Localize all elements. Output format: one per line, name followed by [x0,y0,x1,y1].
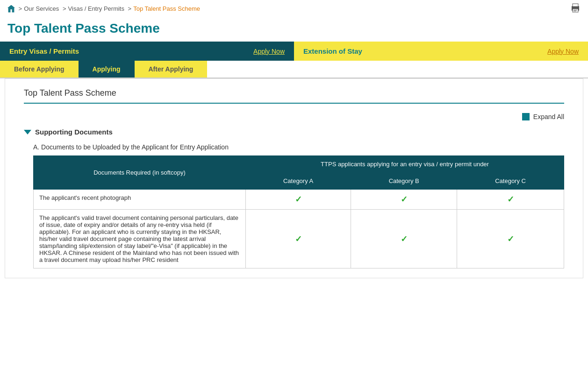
home-icon[interactable] [7,5,15,13]
main-tab-extension[interactable]: Extension of Stay Apply Now [294,42,588,61]
check-cat-a-1: ✓ [246,190,351,210]
documents-table: Documents Required (in softcopy) TTPS ap… [33,155,564,268]
svg-rect-1 [573,4,578,7]
table-header-cat-c: Category C [457,173,564,190]
supporting-docs-heading: Supporting Documents [24,128,564,136]
main-tab-entry-visas[interactable]: Entry Visas / Permits Apply Now [0,42,294,61]
table-header-cat-a: Category A [246,173,351,190]
page-title: Top Talent Pass Scheme [0,17,588,42]
top-bar: > Our Services > Visas / Entry Permits >… [0,0,588,17]
checkmark-icon: ✓ [295,234,302,244]
svg-rect-3 [574,10,577,10]
table-header-cat-b: Category B [351,173,457,190]
sub-tab-after[interactable]: After Applying [135,61,208,78]
svg-rect-2 [573,9,578,12]
sub-tab-bar: Before Applying Applying After Applying [0,61,588,78]
checkmark-icon: ✓ [295,195,302,204]
main-tab-entry-visas-label: Entry Visas / Permits [9,47,79,55]
main-tab-extension-apply[interactable]: Apply Now [547,48,579,55]
check-cat-b-1: ✓ [351,190,457,210]
main-tab-bar: Entry Visas / Permits Apply Now Extensio… [0,42,588,61]
breadcrumb-current: Top Talent Pass Scheme [133,5,200,12]
checkmark-icon: ✓ [401,195,408,204]
expand-all-button[interactable]: Expand All [533,113,564,120]
table-header-doc-col: Documents Required (in softcopy) [34,156,246,190]
collapse-triangle-icon[interactable] [24,130,31,134]
content-section-title: Top Talent Pass Scheme [24,88,564,104]
breadcrumb: > Our Services > Visas / Entry Permits >… [7,5,200,13]
breadcrumb-visas[interactable]: Visas / Entry Permits [68,5,124,12]
table-row: The applicant's recent photograph ✓ ✓ ✓ [34,190,564,210]
printer-button[interactable] [570,3,581,14]
table-row: The applicant's valid travel document co… [34,210,564,268]
check-cat-c-2: ✓ [457,210,564,268]
check-cat-a-2: ✓ [246,210,351,268]
checkmark-icon: ✓ [401,234,408,244]
sub-tab-before[interactable]: Before Applying [0,61,79,78]
checkmark-icon: ✓ [507,234,514,244]
main-tab-extension-label: Extension of Stay [303,47,362,55]
expand-icon [522,113,530,120]
supporting-docs-label: Supporting Documents [35,128,113,136]
sub-section-a-label: A. Documents to be Uploaded by the Appli… [33,143,564,151]
table-header-ttps: TTPS applicants applying for an entry vi… [246,156,564,173]
check-cat-c-1: ✓ [457,190,564,210]
svg-rect-4 [574,11,576,11]
sub-tab-applying[interactable]: Applying [79,61,135,78]
doc-cell-1: The applicant's recent photograph [34,190,246,210]
doc-cell-2: The applicant's valid travel document co… [34,210,246,268]
breadcrumb-our-services[interactable]: Our Services [24,5,59,12]
main-tab-entry-visas-apply[interactable]: Apply Now [253,48,285,55]
check-cat-b-2: ✓ [351,210,457,268]
content-area: Top Talent Pass Scheme Expand All Suppor… [5,78,583,278]
checkmark-icon: ✓ [507,195,514,204]
expand-all-row: Expand All [24,113,564,120]
